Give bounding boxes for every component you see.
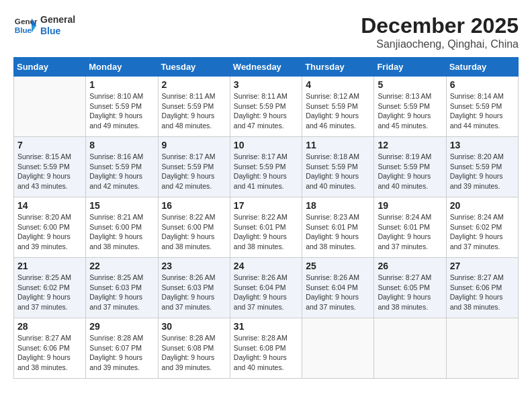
calendar-cell: 19Sunrise: 8:24 AM Sunset: 6:01 PM Dayli… [374,197,446,258]
cell-day-number: 9 [162,140,226,150]
calendar-cell: 14Sunrise: 8:20 AM Sunset: 6:00 PM Dayli… [14,197,86,258]
cell-day-number: 7 [17,140,82,150]
cell-info: Sunrise: 8:20 AM Sunset: 5:59 PM Dayligh… [450,152,515,191]
cell-info: Sunrise: 8:27 AM Sunset: 6:05 PM Dayligh… [378,273,442,312]
calendar-cell: 18Sunrise: 8:23 AM Sunset: 6:01 PM Dayli… [302,197,374,258]
cell-day-number: 13 [450,140,515,150]
logo: General Blue General Blue [13,13,75,38]
calendar-cell: 3Sunrise: 8:11 AM Sunset: 5:59 PM Daylig… [230,77,302,137]
cell-day-number: 18 [306,200,370,211]
cell-day-number: 22 [89,261,154,271]
cell-info: Sunrise: 8:22 AM Sunset: 6:00 PM Dayligh… [162,212,226,252]
calendar-cell: 21Sunrise: 8:25 AM Sunset: 6:02 PM Dayli… [14,258,86,318]
calendar-cell: 7Sunrise: 8:15 AM Sunset: 5:59 PM Daylig… [14,137,86,197]
calendar-cell: 16Sunrise: 8:22 AM Sunset: 6:00 PM Dayli… [158,197,230,258]
svg-text:Blue: Blue [15,26,32,34]
calendar-cell: 6Sunrise: 8:14 AM Sunset: 5:59 PM Daylig… [446,77,518,137]
header-thursday: Thursday [302,58,374,77]
subtitle: Sanjiaocheng, Qinghai, China [361,38,519,50]
cell-day-number: 14 [17,200,82,211]
cell-info: Sunrise: 8:22 AM Sunset: 6:01 PM Dayligh… [234,212,298,252]
cell-day-number: 16 [162,200,226,211]
calendar-cell [302,318,374,379]
calendar-cell: 9Sunrise: 8:17 AM Sunset: 5:59 PM Daylig… [158,137,230,197]
calendar-cell: 15Sunrise: 8:21 AM Sunset: 6:00 PM Dayli… [86,197,158,258]
header-tuesday: Tuesday [158,58,230,77]
calendar-cell: 1Sunrise: 8:10 AM Sunset: 5:59 PM Daylig… [86,77,158,137]
cell-info: Sunrise: 8:11 AM Sunset: 5:59 PM Dayligh… [234,91,298,131]
cell-info: Sunrise: 8:28 AM Sunset: 6:07 PM Dayligh… [89,333,154,373]
cell-info: Sunrise: 8:12 AM Sunset: 5:59 PM Dayligh… [306,91,370,131]
calendar-cell: 8Sunrise: 8:16 AM Sunset: 5:59 PM Daylig… [86,137,158,197]
cell-info: Sunrise: 8:14 AM Sunset: 5:59 PM Dayligh… [450,91,515,131]
calendar-cell: 25Sunrise: 8:26 AM Sunset: 6:04 PM Dayli… [302,258,374,318]
cell-day-number: 12 [378,140,442,150]
calendar-cell [14,77,86,137]
cell-info: Sunrise: 8:17 AM Sunset: 5:59 PM Dayligh… [234,152,298,191]
title-section: December 2025 Sanjiaocheng, Qinghai, Chi… [361,13,519,50]
header-saturday: Saturday [446,58,518,77]
header-monday: Monday [86,58,158,77]
calendar-cell: 12Sunrise: 8:19 AM Sunset: 5:59 PM Dayli… [374,137,446,197]
cell-day-number: 8 [89,140,154,150]
svg-marker-3 [32,26,36,33]
cell-info: Sunrise: 8:16 AM Sunset: 5:59 PM Dayligh… [89,152,154,191]
cell-info: Sunrise: 8:19 AM Sunset: 5:59 PM Dayligh… [378,152,442,191]
calendar-cell: 29Sunrise: 8:28 AM Sunset: 6:07 PM Dayli… [86,318,158,379]
cell-info: Sunrise: 8:17 AM Sunset: 5:59 PM Dayligh… [162,152,226,191]
calendar-cell: 28Sunrise: 8:27 AM Sunset: 6:06 PM Dayli… [14,318,86,379]
cell-day-number: 29 [89,321,154,332]
main-title: December 2025 [361,13,519,38]
cell-info: Sunrise: 8:15 AM Sunset: 5:59 PM Dayligh… [17,152,82,191]
cell-day-number: 23 [162,261,226,271]
cell-day-number: 30 [162,321,226,332]
calendar-cell: 20Sunrise: 8:24 AM Sunset: 6:02 PM Dayli… [446,197,518,258]
week-row-2: 7Sunrise: 8:15 AM Sunset: 5:59 PM Daylig… [14,137,519,197]
calendar-cell: 13Sunrise: 8:20 AM Sunset: 5:59 PM Dayli… [446,137,518,197]
logo-line2: Blue [40,26,75,37]
logo-line1: General [40,14,75,26]
calendar-cell: 23Sunrise: 8:26 AM Sunset: 6:03 PM Dayli… [158,258,230,318]
cell-info: Sunrise: 8:26 AM Sunset: 6:04 PM Dayligh… [306,273,370,312]
cell-day-number: 25 [306,261,370,271]
cell-info: Sunrise: 8:28 AM Sunset: 6:08 PM Dayligh… [162,333,226,373]
cell-day-number: 20 [450,200,515,211]
calendar-cell: 17Sunrise: 8:22 AM Sunset: 6:01 PM Dayli… [230,197,302,258]
cell-day-number: 15 [89,200,154,211]
cell-info: Sunrise: 8:21 AM Sunset: 6:00 PM Dayligh… [89,212,154,252]
cell-day-number: 5 [378,79,442,90]
cell-info: Sunrise: 8:10 AM Sunset: 5:59 PM Dayligh… [89,91,154,131]
calendar-cell: 30Sunrise: 8:28 AM Sunset: 6:08 PM Dayli… [158,318,230,379]
calendar-cell: 26Sunrise: 8:27 AM Sunset: 6:05 PM Dayli… [374,258,446,318]
page-header: General Blue General Blue December 2025 … [13,13,519,50]
calendar-cell: 2Sunrise: 8:11 AM Sunset: 5:59 PM Daylig… [158,77,230,137]
week-row-5: 28Sunrise: 8:27 AM Sunset: 6:06 PM Dayli… [14,318,519,379]
cell-info: Sunrise: 8:24 AM Sunset: 6:01 PM Dayligh… [378,212,442,252]
cell-info: Sunrise: 8:13 AM Sunset: 5:59 PM Dayligh… [378,91,442,131]
cell-day-number: 10 [234,140,298,150]
header-row: SundayMondayTuesdayWednesdayThursdayFrid… [14,58,519,77]
cell-day-number: 26 [378,261,442,271]
cell-day-number: 3 [234,79,298,90]
cell-day-number: 27 [450,261,515,271]
cell-day-number: 4 [306,79,370,90]
cell-info: Sunrise: 8:26 AM Sunset: 6:04 PM Dayligh… [234,273,298,312]
cell-info: Sunrise: 8:11 AM Sunset: 5:59 PM Dayligh… [162,91,226,131]
cell-info: Sunrise: 8:25 AM Sunset: 6:02 PM Dayligh… [17,273,82,312]
cell-info: Sunrise: 8:28 AM Sunset: 6:08 PM Dayligh… [234,333,298,373]
logo-icon: General Blue [13,13,38,38]
cell-day-number: 24 [234,261,298,271]
cell-day-number: 19 [378,200,442,211]
header-sunday: Sunday [14,58,86,77]
calendar-table: SundayMondayTuesdayWednesdayThursdayFrid… [13,57,519,379]
cell-day-number: 17 [234,200,298,211]
cell-day-number: 1 [89,79,154,90]
cell-info: Sunrise: 8:24 AM Sunset: 6:02 PM Dayligh… [450,212,515,252]
cell-day-number: 2 [162,79,226,90]
cell-info: Sunrise: 8:18 AM Sunset: 5:59 PM Dayligh… [306,152,370,191]
cell-day-number: 31 [234,321,298,332]
cell-day-number: 28 [17,321,82,332]
calendar-cell: 31Sunrise: 8:28 AM Sunset: 6:08 PM Dayli… [230,318,302,379]
header-friday: Friday [374,58,446,77]
calendar-cell [446,318,518,379]
